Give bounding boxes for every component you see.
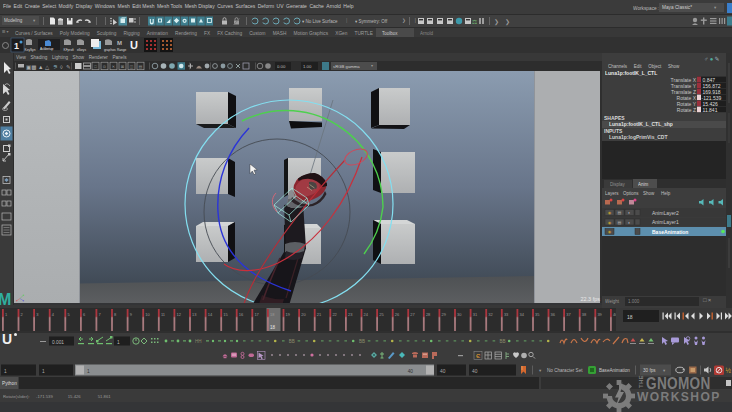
svg-text:7: 7 (99, 312, 102, 317)
svg-text:◉: ◉ (608, 210, 612, 215)
svg-text:KeySyn: KeySyn (25, 48, 36, 52)
svg-text:40: 40 (472, 369, 478, 374)
svg-text:1: 1 (14, 41, 19, 51)
svg-text:17: 17 (254, 312, 259, 317)
svg-text:33: 33 (504, 312, 509, 317)
svg-text:◐: ◐ (628, 210, 630, 215)
svg-text:24: 24 (364, 312, 369, 317)
svg-text:U: U (130, 39, 138, 51)
svg-text:38: 38 (582, 312, 587, 317)
svg-text:M: M (117, 40, 122, 46)
svg-text:39: 39 (597, 312, 602, 317)
svg-text:12: 12 (177, 312, 182, 317)
svg-text:27: 27 (410, 312, 415, 317)
svg-text:16: 16 (239, 312, 244, 317)
svg-text:40: 40 (408, 369, 414, 374)
svg-text:3: 3 (36, 312, 39, 317)
svg-text:KFprofi: KFprofi (64, 48, 75, 52)
svg-text:18: 18 (270, 312, 275, 317)
svg-text:◊: ◊ (60, 64, 63, 70)
svg-text:31: 31 (473, 312, 478, 317)
svg-text:▣▩: ▣▩ (26, 64, 36, 70)
svg-text:⊙: ⊙ (103, 64, 106, 69)
svg-text:◉: ◉ (608, 229, 612, 234)
svg-text:36: 36 (551, 312, 556, 317)
svg-text:22.3 fps: 22.3 fps (580, 296, 600, 302)
svg-text:18: 18 (270, 325, 276, 330)
svg-text:⊠: ⊠ (121, 64, 124, 69)
svg-text:21: 21 (317, 312, 322, 317)
svg-text:30 fps: 30 fps (643, 368, 656, 373)
svg-text:1: 1 (5, 312, 8, 317)
svg-text:29: 29 (442, 312, 447, 317)
svg-text:18: 18 (627, 314, 633, 320)
svg-text:19: 19 (286, 312, 291, 317)
svg-text:35: 35 (535, 312, 540, 317)
svg-text:9: 9 (130, 312, 133, 317)
svg-text:▤: ▤ (618, 210, 622, 215)
svg-text:BB: BB (289, 339, 295, 344)
svg-text:23: 23 (348, 312, 353, 317)
svg-text:1: 1 (87, 369, 90, 374)
svg-text:BaseAnimation: BaseAnimation (599, 368, 630, 373)
svg-text:15: 15 (223, 312, 228, 317)
svg-text:HH: HH (195, 339, 202, 344)
svg-text:5: 5 (67, 312, 70, 317)
svg-text:Є: Є (476, 353, 481, 359)
svg-text:▲: ▲ (38, 64, 43, 70)
svg-text:28: 28 (426, 312, 431, 317)
svg-text:AnimLayer2: AnimLayer2 (652, 210, 679, 216)
svg-text:11: 11 (161, 312, 166, 317)
svg-text:▤: ▤ (139, 64, 143, 69)
svg-text:26: 26 (395, 312, 400, 317)
svg-text:25: 25 (379, 312, 384, 317)
svg-text:13: 13 (192, 312, 197, 317)
svg-text:6: 6 (83, 312, 86, 317)
svg-text:◐: ◐ (628, 220, 630, 225)
svg-text:⚖: ⚖ (472, 19, 477, 25)
svg-text:✕: ✕ (112, 64, 115, 69)
svg-text:BB: BB (359, 339, 365, 344)
svg-text:Range: Range (117, 48, 127, 52)
svg-text:❯: ❯ (505, 19, 510, 26)
svg-text:▤: ▤ (618, 220, 622, 225)
svg-text:32: 32 (488, 312, 493, 317)
svg-text:½: ½ (726, 367, 732, 374)
svg-text:No Character Set: No Character Set (547, 368, 583, 373)
svg-text:37: 37 (566, 312, 571, 317)
svg-text:AnimLayer1: AnimLayer1 (652, 219, 679, 225)
svg-text:◉: ◉ (608, 220, 612, 225)
svg-text:Rotate Z: Rotate Z (677, 107, 696, 113)
svg-text:34: 34 (520, 312, 525, 317)
svg-text:1: 1 (117, 340, 120, 345)
svg-text:BaseAnimation: BaseAnimation (652, 229, 688, 235)
svg-text:BB: BB (499, 339, 505, 344)
svg-text:⚞: ⚞ (53, 64, 58, 70)
svg-text:20: 20 (301, 312, 306, 317)
svg-text:graphos: graphos (104, 48, 116, 52)
svg-text:❯: ❯ (494, 19, 499, 26)
svg-text:1: 1 (4, 369, 7, 374)
svg-text:0.001: 0.001 (52, 340, 64, 345)
svg-text:✎: ✎ (66, 64, 71, 70)
svg-text:40: 40 (440, 369, 446, 374)
svg-text:8: 8 (114, 312, 117, 317)
svg-text:11.841: 11.841 (703, 107, 718, 113)
svg-text:◫: ◫ (130, 64, 134, 69)
svg-text:▾: ▾ (539, 368, 542, 373)
svg-text:2: 2 (21, 312, 24, 317)
svg-text:4: 4 (52, 312, 55, 317)
svg-text:Ackbetup: Ackbetup (40, 47, 54, 51)
svg-text:△: △ (45, 64, 50, 70)
svg-text:□: □ (94, 64, 97, 69)
svg-text:14: 14 (208, 312, 213, 317)
svg-text:30: 30 (457, 312, 462, 317)
svg-text:22: 22 (332, 312, 337, 317)
svg-text:1: 1 (42, 369, 45, 374)
svg-text:elkeys: elkeys (77, 48, 86, 52)
svg-text:10: 10 (145, 312, 150, 317)
